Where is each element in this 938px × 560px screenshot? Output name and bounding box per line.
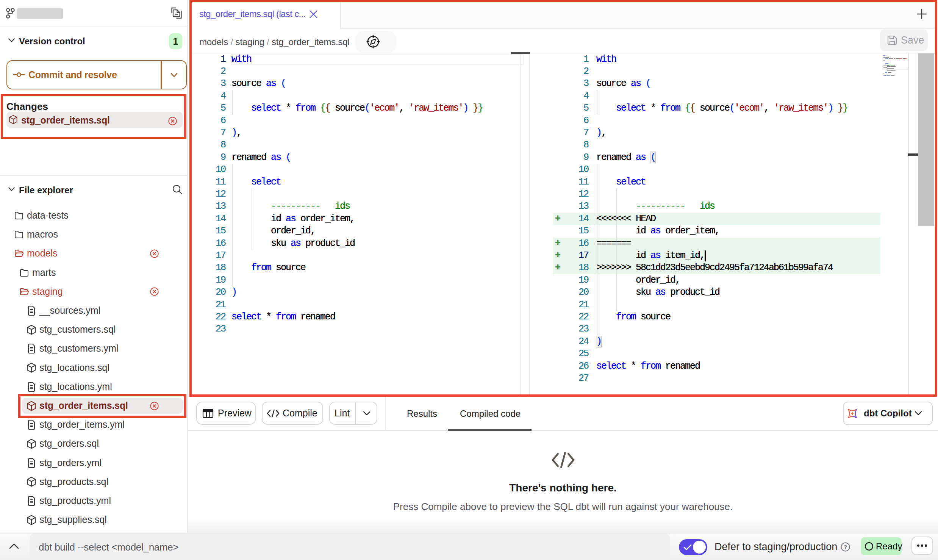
svg-text:?: ? [844,544,847,550]
